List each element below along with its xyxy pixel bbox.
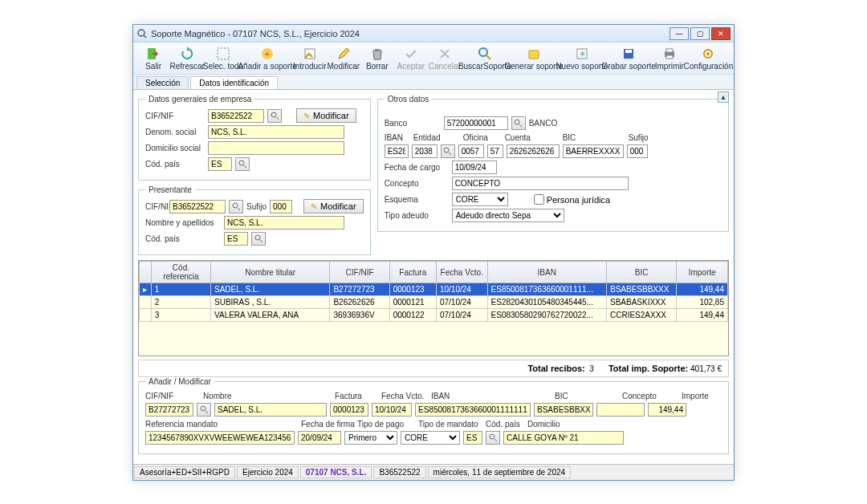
am-tipopago-select[interactable]: Primero [344,431,397,445]
modificar-button[interactable]: Modificar [327,44,360,72]
col-nombre[interactable]: Nombre titular [211,262,330,283]
refrescar-button[interactable]: Refrescar [170,44,204,72]
empresa-cifnif-input[interactable] [208,109,264,123]
presentante-cifnif-label: CIF/NIF [145,202,166,211]
empresa-modificar-button[interactable]: ✎Modificar [296,108,356,123]
col-iban[interactable]: IBAN [487,262,606,283]
col-cod[interactable]: Cód. referencia [151,262,210,283]
svg-point-26 [255,235,260,240]
selectodo-button[interactable]: Selec. todo [204,44,242,72]
concepto-input[interactable] [452,177,629,190]
borrar-button[interactable]: Borrar [360,44,394,72]
am-factura-input[interactable] [330,403,368,417]
tipoadeudo-select[interactable]: Adeudo directo Sepa [452,209,564,222]
esquema-select[interactable]: CORE [452,193,508,206]
am-tipomandato-select[interactable]: CORE [401,431,460,445]
am-fechafirma-label: Fecha de firma [301,420,355,429]
aceptar-button[interactable]: Aceptar [394,44,428,72]
am-cifnif-input[interactable] [145,403,193,417]
maximize-button[interactable]: ▢ [690,27,710,40]
oficina-input[interactable] [458,144,484,158]
am-tipopago-label: Tipo de pago [357,420,404,429]
svg-rect-3 [218,48,229,59]
presentante-cifnif-search-button[interactable] [229,200,243,213]
table-row[interactable]: 2SUBIRAS , S.L.B26262626000012107/10/24E… [140,296,728,309]
svg-point-34 [490,434,495,439]
empresa-cifnif-search-button[interactable] [267,109,282,123]
buscar-soporte-button[interactable]: BuscarSoporte [462,44,508,72]
am-iban-input[interactable] [415,403,531,417]
empresa-denom-input[interactable] [208,125,344,139]
am-cifnif-label: CIF/NIF [145,392,173,400]
am-iban-label: IBAN [431,392,450,400]
close-button[interactable]: ✕ [711,27,731,40]
grabar-soporte-button[interactable]: Grabar soporte [605,44,653,72]
svg-line-1 [144,35,146,38]
col-cif[interactable]: CIF/NIF [330,262,389,283]
entidad-input[interactable] [412,144,438,158]
configuracion-button[interactable]: Configuración [686,44,731,72]
esquema-label: Esquema [385,195,449,204]
svg-line-9 [486,55,490,59]
am-fechafirma-input[interactable] [298,431,341,445]
am-concepto-input[interactable] [596,403,645,417]
collapse-panel-button[interactable]: ▲ [718,91,729,103]
svg-text:+: + [265,49,270,59]
col-factura[interactable]: Factura [389,262,436,283]
bic-input[interactable] [563,144,624,158]
oficina-label: Oficina [463,133,488,142]
nuevo-soporte-button[interactable]: ✳Nuevo soporte [559,44,605,72]
presentante-sufijo-input[interactable] [270,200,292,213]
persona-juridica-checkbox[interactable]: Persona jurídica [534,194,611,205]
entidad-search-button[interactable] [441,144,455,158]
iban-input[interactable] [385,144,409,158]
fechacargo-input[interactable] [452,161,497,174]
svg-rect-16 [666,49,673,52]
toolbar: Salir Refrescar Selec. todo +Añadir a so… [133,43,734,75]
tab-seleccion[interactable]: Selección [136,76,189,89]
banco-input[interactable] [444,116,508,130]
salir-button[interactable]: Salir [136,44,170,72]
anadir-soporte-button[interactable]: +Añadir a soporte [242,44,292,72]
introducir-button[interactable]: Introducir [293,44,327,72]
table-row[interactable]: 3VALERA VALERA, ANA36936936V000012207/10… [140,309,728,322]
cancelar-button[interactable]: Cancelar [428,44,462,72]
svg-line-25 [238,208,240,210]
svg-text:✳: ✳ [578,49,585,59]
col-bic[interactable]: BIC [606,262,676,283]
presentante-codpais-input[interactable] [224,232,248,246]
presentante-nombre-input[interactable] [224,216,344,230]
status-empresa: 07107 NCS, S.L. [300,466,372,478]
am-refmandato-input[interactable] [145,431,295,445]
table-row[interactable]: ▸ 1SADEL, S.L.B27272723000012310/10/24ES… [140,283,728,296]
am-bic-input[interactable] [534,403,593,417]
sufijo-label: Sufijo [629,133,649,142]
empresa-codpais-input[interactable] [208,157,232,171]
empresa-codpais-search-button[interactable] [235,157,250,171]
col-importe[interactable]: Importe [677,262,728,283]
dc-input[interactable] [487,144,503,158]
recibos-grid[interactable]: Cód. referencia Nombre titular CIF/NIF F… [138,260,729,356]
am-codpais-input[interactable] [463,431,482,445]
tab-datos-identificacion[interactable]: Datos identificación [190,76,278,89]
am-nombre-label: Nombre [203,392,232,400]
am-cifnif-search-button[interactable] [197,403,211,417]
banco-search-button[interactable] [511,116,526,130]
presentante-cifnif-input[interactable] [169,200,226,213]
generar-soporte-button[interactable]: Generar soporte [508,44,559,72]
am-nombre-input[interactable] [214,403,327,417]
am-refmandato-label: Referencia mandato [145,420,218,429]
cuenta-input[interactable] [507,144,560,158]
am-codpais-search-button[interactable] [486,431,500,445]
presentante-codpais-search-button[interactable] [251,232,266,246]
am-importe-input[interactable] [648,403,686,417]
status-ejercicio: Ejercicio 2024 [237,466,299,478]
otros-sufijo-input[interactable] [627,144,648,158]
imprimir-button[interactable]: Imprimir [653,44,686,72]
presentante-modificar-button[interactable]: ✎Modificar [303,199,364,213]
am-fechavcto-input[interactable] [372,403,412,417]
am-domicilio-input[interactable] [503,431,624,445]
col-fecha[interactable]: Fecha Vcto. [436,262,487,283]
minimize-button[interactable]: — [670,27,689,40]
empresa-dom-input[interactable] [208,141,344,155]
